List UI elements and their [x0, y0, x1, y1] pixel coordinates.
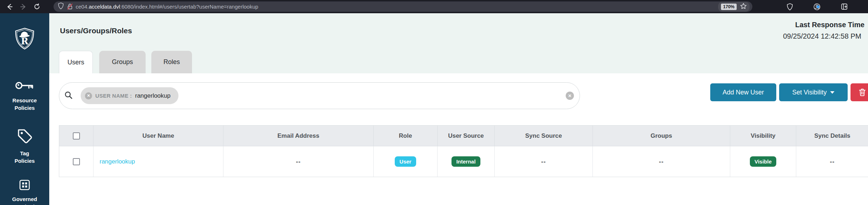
key-icon[interactable] — [0, 80, 49, 91]
column-header: Sync Source — [495, 126, 593, 146]
empty-value: -- — [659, 158, 663, 165]
column-header: User Source — [438, 126, 495, 146]
empty-value: -- — [830, 158, 834, 165]
button-label: Set Visibility — [792, 89, 827, 96]
tab-users[interactable]: Users — [59, 51, 93, 73]
user-name-cell: rangerlookup — [94, 146, 223, 177]
last-response-time-value: 09/25/2024 12:42:58 PM — [783, 32, 861, 40]
button-label: Add New User — [722, 89, 764, 96]
sidebar-item-label: Governed — [0, 195, 49, 203]
chip-filter-label: USER NAME : — [95, 93, 132, 99]
set-visibility-button[interactable]: Set Visibility — [779, 83, 848, 101]
browser-panel-icon[interactable] — [838, 0, 850, 13]
bookmark-star-icon[interactable] — [740, 3, 747, 11]
sync-source-cell: -- — [495, 146, 593, 177]
forward-icon[interactable] — [18, 0, 29, 13]
url-text: ce04.acceldata.dvl:6080/index.html#/user… — [76, 4, 718, 10]
user-source-badge: Internal — [451, 156, 480, 167]
notification-dot — [817, 5, 819, 8]
column-header: Visibility — [730, 126, 796, 146]
grid-icon[interactable] — [0, 180, 49, 190]
select-all-checkbox[interactable] — [73, 132, 80, 140]
search-icon — [64, 91, 73, 101]
sidebar-item-label: Policies — [0, 157, 49, 165]
ranger-shield-logo[interactable]: R — [0, 28, 49, 50]
zoom-level-badge[interactable]: 170% — [721, 4, 737, 10]
search-clear-icon[interactable]: ✕ — [566, 92, 574, 100]
url-bar[interactable]: ce04.acceldata.dvl:6080/index.html#/user… — [54, 1, 752, 12]
empty-value: -- — [296, 158, 301, 165]
column-header: Groups — [593, 126, 730, 146]
chip-remove-icon[interactable]: ✕ — [85, 92, 92, 99]
page-title: Users/Groups/Roles — [60, 26, 132, 35]
visibility-badge: Visible — [750, 156, 776, 167]
sidebar-item-tag-policies[interactable]: Tag Policies — [0, 150, 49, 165]
role-badge: User — [395, 156, 416, 167]
chip-filter-value: rangerlookup — [135, 92, 170, 99]
users-table: User Name Email Address Role User Source… — [59, 125, 868, 177]
column-header: Role — [374, 126, 438, 146]
tag-icon[interactable] — [0, 127, 49, 145]
sidebar-item-label: Data Sharing — [0, 203, 49, 205]
groups-cell: -- — [593, 146, 730, 177]
browser-chrome: ce04.acceldata.dvl:6080/index.html#/user… — [0, 0, 868, 13]
role-cell: User — [374, 146, 438, 177]
user-source-cell: Internal — [438, 146, 495, 177]
search-filter-chip[interactable]: ✕ USER NAME : rangerlookup — [81, 87, 178, 104]
caret-down-icon — [830, 91, 834, 94]
insecure-lock-icon[interactable] — [67, 3, 73, 10]
sidebar: R Resource Policies Tag Policies Governe… — [0, 13, 49, 205]
shield-permissions-icon[interactable] — [58, 3, 64, 11]
row-checkbox[interactable] — [73, 158, 80, 165]
column-header: User Name — [94, 126, 223, 146]
sidebar-item-label: Tag — [0, 150, 49, 157]
tracking-shield-icon[interactable] — [784, 0, 796, 13]
tab-label: Groups — [112, 58, 133, 66]
sidebar-item-label: Policies — [0, 104, 49, 112]
zoom-panel: 170% — [718, 2, 750, 12]
row-select-cell — [59, 146, 94, 177]
reload-icon[interactable] — [31, 0, 42, 13]
sync-details-cell: -- — [796, 146, 868, 177]
visibility-cell: Visible — [730, 146, 796, 177]
sidebar-item-governed-data-sharing[interactable]: Governed Data Sharing — [0, 195, 49, 205]
search-input[interactable]: ✕ USER NAME : rangerlookup ✕ — [59, 82, 580, 109]
tab-groups[interactable]: Groups — [99, 51, 146, 73]
tab-label: Roles — [163, 58, 180, 66]
svg-text:R: R — [21, 36, 29, 47]
column-header: Sync Details — [796, 126, 868, 146]
email-cell: -- — [223, 146, 374, 177]
column-header: Email Address — [223, 126, 374, 146]
trash-icon — [859, 88, 866, 96]
delete-users-button[interactable] — [851, 83, 868, 101]
account-icon[interactable] — [811, 0, 823, 13]
empty-value: -- — [541, 158, 546, 165]
sidebar-item-label: Resource — [0, 97, 49, 104]
tab-roles[interactable]: Roles — [151, 51, 192, 73]
sidebar-item-resource-policies[interactable]: Resource Policies — [0, 97, 49, 112]
add-new-user-button[interactable]: Add New User — [710, 83, 776, 101]
back-icon[interactable] — [4, 0, 15, 13]
select-all-header-cell — [59, 126, 94, 146]
last-response-time-label: Last Response Time — [795, 21, 864, 29]
user-name-link[interactable]: rangerlookup — [100, 158, 135, 165]
tab-label: Users — [67, 59, 84, 66]
